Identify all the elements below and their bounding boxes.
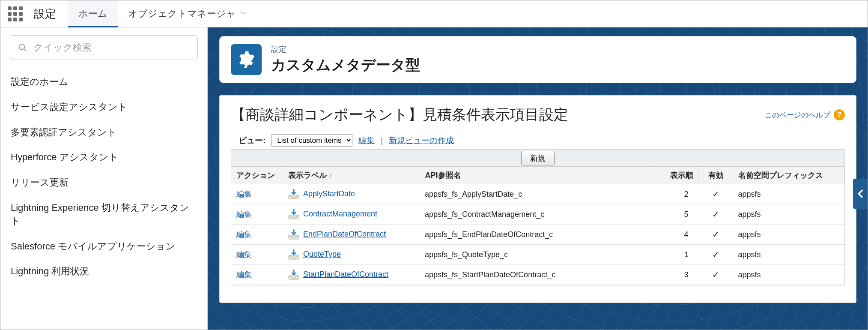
app-title: 設定	[30, 0, 68, 27]
table-row: 編集ApplyStartDateappsfs_fs_ApplyStartDate…	[231, 184, 844, 204]
row-order: 3	[656, 265, 699, 285]
row-ns: appsfs	[733, 184, 844, 204]
table-row: 編集StartPlanDateOfContractappsfs_fs_Start…	[231, 265, 844, 285]
page-header-sup: 設定	[271, 44, 420, 54]
row-label-link[interactable]: QuoteType	[303, 250, 341, 258]
chevron-down-icon: ﹀	[240, 9, 247, 18]
download-icon[interactable]	[288, 269, 300, 280]
list-wrap: 新規 アクション 表示ラベル↑ API参照名 表示順 有効 名前空間プレフィック…	[231, 149, 845, 285]
svg-rect-5	[289, 255, 299, 259]
row-label-link[interactable]: ApplyStartDate	[303, 189, 355, 198]
col-api[interactable]: API参照名	[420, 167, 656, 184]
row-label-link[interactable]: ContractManagement	[303, 210, 377, 218]
col-label[interactable]: 表示ラベル↑	[283, 167, 420, 184]
col-order[interactable]: 表示順	[656, 167, 699, 184]
row-order: 5	[656, 204, 699, 225]
sidebar-item-2[interactable]: 多要素認証アシスタント	[10, 120, 198, 145]
records-table: アクション 表示ラベル↑ API参照名 表示順 有効 名前空間プレフィックス 編…	[231, 167, 844, 285]
svg-line-1	[24, 49, 27, 51]
list-title: 【商談詳細コンポーネント】見積条件表示項目設定	[231, 105, 568, 125]
row-ns: appsfs	[733, 204, 844, 225]
sidebar-item-3[interactable]: Hyperforce アシスタント	[10, 145, 198, 170]
row-ns: appsfs	[733, 225, 844, 245]
svg-rect-2	[289, 195, 299, 199]
row-edit-link[interactable]: 編集	[236, 190, 252, 198]
row-active: ✓	[699, 265, 733, 285]
chevron-left-icon	[857, 189, 863, 198]
main-content: 設定 カスタムメタデータ型 【商談詳細コンポーネント】見積条件表示項目設定 この…	[208, 27, 868, 330]
sidebar-item-1[interactable]: サービス設定アシスタント	[10, 95, 198, 120]
row-edit-link[interactable]: 編集	[236, 250, 252, 259]
row-api: appsfs_fs_ApplyStartDate_c	[420, 184, 656, 204]
row-edit-link[interactable]: 編集	[236, 230, 252, 239]
row-active: ✓	[699, 204, 733, 225]
download-icon[interactable]	[288, 209, 300, 220]
sidebar-item-6[interactable]: Salesforce モバイルアプリケーション	[10, 234, 198, 259]
download-icon[interactable]	[288, 249, 300, 260]
quick-find[interactable]	[10, 35, 198, 60]
row-api: appsfs_fs_EndPlanDateOfContract_c	[420, 225, 656, 245]
svg-rect-4	[289, 235, 299, 239]
setup-sidebar: 設定のホームサービス設定アシスタント多要素認証アシスタントHyperforce …	[0, 27, 208, 330]
download-icon[interactable]	[288, 189, 300, 200]
quick-find-input[interactable]	[33, 42, 190, 53]
col-action: アクション	[231, 167, 283, 184]
top-nav: 設定 ホーム オブジェクトマネージャ ﹀	[0, 0, 868, 27]
new-button[interactable]: 新規	[521, 151, 555, 165]
help-icon: ?	[834, 109, 845, 120]
view-label: ビュー:	[239, 135, 265, 146]
page-help-label: このページのヘルプ	[765, 110, 830, 120]
app-launcher-icon[interactable]	[0, 0, 30, 27]
table-row: 編集ContractManagementappsfs_fs_ContractMa…	[231, 204, 844, 225]
tab-object-manager[interactable]: オブジェクトマネージャ ﹀	[118, 0, 257, 27]
row-ns: appsfs	[733, 245, 844, 265]
expand-panel-tab[interactable]	[853, 179, 868, 209]
row-edit-link[interactable]: 編集	[236, 270, 252, 279]
row-api: appsfs_fs_StartPlanDateOfContract_c	[420, 265, 656, 285]
gear-icon	[231, 44, 262, 75]
sort-asc-icon: ↑	[329, 172, 332, 179]
row-order: 1	[656, 245, 699, 265]
svg-rect-3	[289, 215, 299, 219]
sidebar-item-5[interactable]: Lightning Experience 切り替えアシスタント	[10, 195, 198, 234]
row-edit-link[interactable]: 編集	[236, 210, 252, 219]
sidebar-item-0[interactable]: 設定のホーム	[10, 69, 198, 95]
svg-point-0	[19, 44, 25, 50]
page-title: カスタムメタデータ型	[271, 55, 420, 75]
col-active[interactable]: 有効	[699, 167, 733, 184]
sidebar-item-4[interactable]: リリース更新	[10, 170, 198, 195]
search-icon	[18, 43, 27, 52]
view-new-link[interactable]: 新規ビューの作成	[389, 135, 454, 146]
view-edit-link[interactable]: 編集	[358, 135, 375, 146]
row-order: 4	[656, 225, 699, 245]
row-active: ✓	[699, 184, 733, 204]
tab-home-label: ホーム	[78, 7, 107, 20]
page-help-link[interactable]: このページのヘルプ ?	[765, 109, 845, 120]
row-api: appsfs_fs_QuoteType_c	[420, 245, 656, 265]
svg-rect-6	[289, 276, 299, 279]
view-select[interactable]: List of custom items	[271, 134, 352, 147]
tab-object-manager-label: オブジェクトマネージャ	[128, 7, 236, 20]
download-icon[interactable]	[288, 229, 300, 240]
view-row: ビュー: List of custom items 編集 | 新規ビューの作成	[239, 134, 845, 147]
col-ns[interactable]: 名前空間プレフィックス	[733, 167, 844, 184]
tab-home[interactable]: ホーム	[68, 0, 118, 27]
list-card: 【商談詳細コンポーネント】見積条件表示項目設定 このページのヘルプ ? ビュー:…	[219, 95, 856, 303]
table-row: 編集EndPlanDateOfContractappsfs_fs_EndPlan…	[231, 225, 844, 245]
table-row: 編集QuoteTypeappsfs_fs_QuoteType_c1✓appsfs	[231, 245, 844, 265]
row-ns: appsfs	[733, 265, 844, 285]
row-api: appsfs_fs_ContractManagement_c	[420, 204, 656, 225]
row-order: 2	[656, 184, 699, 204]
row-label-link[interactable]: EndPlanDateOfContract	[303, 230, 386, 238]
row-label-link[interactable]: StartPlanDateOfContract	[303, 270, 388, 279]
page-header: 設定 カスタムメタデータ型	[219, 36, 856, 83]
sidebar-item-7[interactable]: Lightning 利用状況	[10, 259, 198, 284]
row-active: ✓	[699, 245, 733, 265]
row-active: ✓	[699, 225, 733, 245]
